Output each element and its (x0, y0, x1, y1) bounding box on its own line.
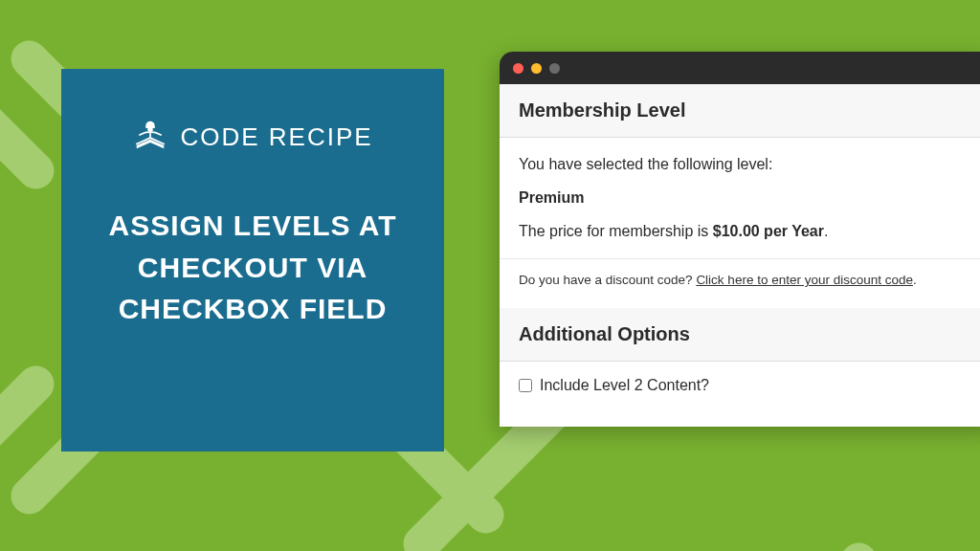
promo-headline: ASSIGN LEVELS AT CHECKOUT VIA CHECKBOX F… (96, 205, 410, 330)
promo-card: CODE RECIPE ASSIGN LEVELS AT CHECKOUT VI… (61, 69, 444, 452)
selected-level-intro: You have selected the following level: (519, 153, 978, 177)
discount-period: . (913, 273, 917, 287)
brand-logo: CODE RECIPE (132, 117, 372, 157)
recipe-book-icon (132, 117, 168, 157)
maximize-icon[interactable] (549, 63, 560, 74)
discount-prompt: Do you have a discount code? Click here … (500, 259, 980, 308)
minimize-icon[interactable] (531, 63, 542, 74)
price-prefix: The price for membership is (519, 223, 713, 239)
membership-summary: You have selected the following level: P… (500, 138, 980, 258)
decor-pill (798, 536, 885, 551)
section-heading-additional: Additional Options (500, 308, 980, 362)
price-line: The price for membership is $10.00 per Y… (519, 220, 978, 244)
window-titlebar (500, 52, 980, 84)
include-level-2-label[interactable]: Include Level 2 Content? (540, 377, 709, 394)
price-amount: $10.00 per Year (713, 223, 824, 239)
selected-level-name: Premium (519, 187, 978, 210)
promo-canvas: CODE RECIPE ASSIGN LEVELS AT CHECKOUT VI… (0, 0, 980, 551)
discount-code-link[interactable]: Click here to enter your discount code (696, 273, 913, 287)
close-icon[interactable] (513, 63, 523, 74)
additional-option-row: Include Level 2 Content? (500, 362, 980, 427)
discount-question: Do you have a discount code? (519, 273, 696, 287)
browser-window: Membership Level You have selected the f… (500, 52, 980, 427)
include-level-2-checkbox[interactable] (519, 379, 532, 392)
brand-name: CODE RECIPE (180, 122, 372, 152)
checkout-page: Membership Level You have selected the f… (500, 84, 980, 427)
section-heading-membership: Membership Level (500, 84, 980, 138)
svg-rect-0 (148, 128, 154, 131)
price-suffix: . (824, 223, 828, 239)
